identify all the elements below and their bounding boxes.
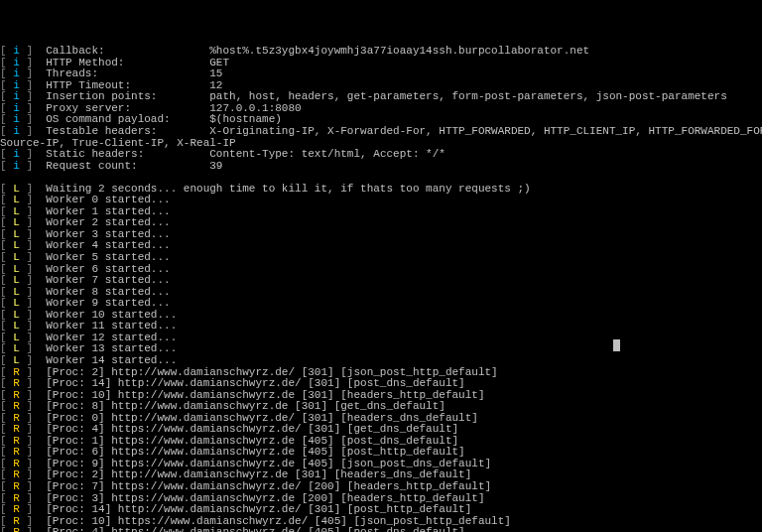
config-line: [ i ] Static headers: Content-Type: text… (0, 149, 762, 161)
config-line: [ i ] Request count: 39 (0, 161, 762, 173)
result-line: [ R ] [Proc: 14] http://www.damianschwyr… (0, 504, 762, 516)
result-line: [ R ] [Proc: 7] https://www.damianschwyr… (0, 481, 762, 493)
config-value: Content-Type: text/html, Accept: */* (209, 149, 445, 161)
terminal-output: [ i ] Callback: %host%.t5z3ygbx4joywmhj3… (0, 46, 762, 532)
config-value: 39 (209, 161, 222, 173)
terminal-cursor (613, 339, 620, 351)
config-label: Static headers: (33, 149, 209, 161)
worker-line: [ L ] Worker 7 started... (0, 275, 762, 287)
result-line: [ R ] [Proc: 4] https://www.damianschwyr… (0, 527, 762, 532)
config-value: %host%.t5z3ygbx4joywmhj3a77ioaay14ssh.bu… (209, 46, 589, 58)
worker-line: [ L ] Worker 14 started... (0, 355, 762, 367)
config-label: Testable headers: (33, 126, 209, 138)
worker-line: [ L ] Worker 5 started... (0, 252, 762, 264)
config-line: [ i ] Testable headers: X-Originating-IP… (0, 126, 762, 138)
config-value: X-Originating-IP, X-Forwarded-For, HTTP_… (209, 126, 762, 138)
result-line: [ R ] [Proc: 14] http://www.damianschwyr… (0, 378, 762, 390)
config-label: Request count: (33, 161, 209, 173)
result-line: [ R ] [Proc: 8] http://www.damianschwyrz… (0, 401, 762, 413)
config-line: [ i ] Callback: %host%.t5z3ygbx4joywmhj3… (0, 46, 762, 58)
config-label: Callback: (33, 46, 209, 58)
